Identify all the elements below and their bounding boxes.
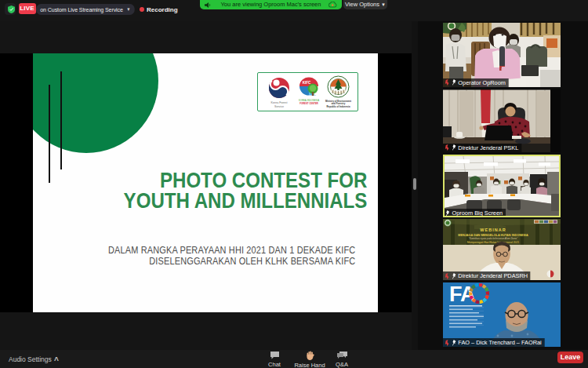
svg-text:KIFC: KIFC bbox=[303, 81, 311, 85]
svg-text:Korea Forest: Korea Forest bbox=[271, 101, 288, 104]
svg-text:WEBINAR: WEBINAR bbox=[480, 228, 506, 232]
svg-text:Memperingati Hari Hutan Intern: Memperingati Hari Hutan Internasional 20… bbox=[467, 241, 520, 244]
svg-text:"Kontribusi nyata pada kelesta: "Kontribusi nyata pada kelestarian Alam … bbox=[469, 236, 519, 239]
svg-text:Republic of Indonesia: Republic of Indonesia bbox=[326, 105, 350, 108]
svg-text:Service: Service bbox=[274, 105, 284, 108]
svg-text:FOREST CENTER: FOREST CENTER bbox=[299, 102, 318, 105]
